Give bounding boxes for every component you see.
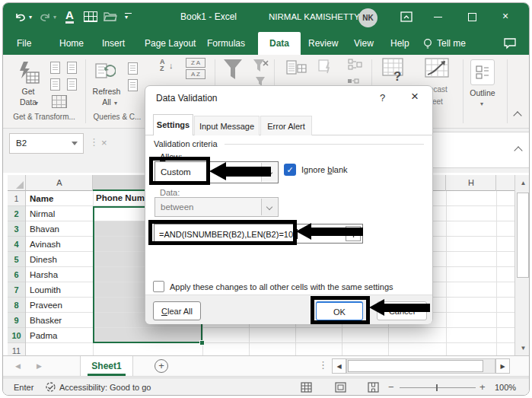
dialog-tab-error-alert[interactable]: Error Alert bbox=[260, 116, 312, 135]
zoom-slider-thumb[interactable] bbox=[436, 384, 438, 391]
row-header[interactable]: 1 bbox=[8, 191, 25, 206]
sheet-nav-prev-icon[interactable]: ◀ bbox=[15, 362, 21, 370]
zoom-slider-track[interactable] bbox=[400, 387, 476, 388]
get-data-label-1[interactable]: Get bbox=[11, 87, 45, 96]
font-color-icon[interactable]: A bbox=[65, 8, 74, 24]
cell-a10[interactable]: Padma bbox=[26, 328, 93, 343]
cell-a5[interactable]: Dinesh bbox=[26, 252, 93, 267]
dialog-close-button[interactable]: × bbox=[411, 89, 419, 104]
comment-icon[interactable] bbox=[503, 37, 517, 53]
row-header[interactable]: 11 bbox=[8, 343, 25, 355]
get-data-label-2[interactable]: Data bbox=[11, 97, 45, 107]
recent-sources-icon[interactable] bbox=[67, 62, 77, 74]
row-header[interactable]: 10 bbox=[8, 328, 25, 343]
cell-a2[interactable]: Nirmal bbox=[26, 206, 93, 221]
new-sheet-icon[interactable]: + bbox=[155, 359, 168, 373]
sheet-nav-next-icon[interactable]: ▶ bbox=[37, 362, 42, 370]
hscroll-left-icon[interactable]: ◀ bbox=[332, 358, 346, 374]
cell-a1[interactable]: Name bbox=[26, 191, 93, 206]
page-layout-view-icon[interactable] bbox=[335, 382, 346, 394]
zoom-in-icon[interactable]: + bbox=[479, 381, 486, 393]
row-header[interactable]: 9 bbox=[8, 313, 25, 328]
fill-handle[interactable] bbox=[199, 340, 205, 345]
open-folder-icon[interactable] bbox=[104, 11, 117, 25]
tab-insert[interactable]: Insert bbox=[102, 32, 125, 55]
hscroll-right-icon[interactable]: ▶ bbox=[495, 358, 510, 374]
sort-custom-icon[interactable]: A Z bbox=[186, 69, 205, 79]
ignore-blank-checkbox[interactable]: ✓ bbox=[284, 164, 296, 176]
dialog-help-button[interactable]: ? bbox=[380, 92, 385, 103]
row-header-column[interactable]: 1 2 3 4 5 6 7 8 9 10 11 bbox=[8, 191, 26, 355]
cancel-entry-icon[interactable]: × bbox=[101, 137, 107, 148]
zoom-out-icon[interactable]: − bbox=[388, 381, 394, 393]
name-box-dropdown-icon[interactable] bbox=[72, 142, 78, 145]
sort-za-icon[interactable]: Z A bbox=[186, 58, 205, 68]
row-header[interactable]: 5 bbox=[8, 252, 25, 267]
what-if-analysis-icon[interactable]: ? bbox=[382, 58, 406, 85]
close-button[interactable]: × bbox=[502, 10, 508, 22]
existing-connections-icon[interactable] bbox=[67, 78, 77, 91]
redo-dropdown-icon[interactable]: ▾ bbox=[53, 14, 56, 21]
row-header[interactable]: 2 bbox=[8, 206, 25, 221]
undo-icon[interactable] bbox=[14, 11, 27, 26]
tab-home[interactable]: Home bbox=[59, 32, 84, 55]
outline-dropdown-icon[interactable]: ▾ bbox=[480, 100, 483, 107]
get-data-icon[interactable] bbox=[14, 60, 40, 89]
tab-review[interactable]: Review bbox=[308, 32, 338, 55]
vertical-scroll-thumb[interactable] bbox=[517, 193, 529, 278]
cell-a6[interactable]: Harsha bbox=[26, 267, 93, 282]
collapse-ribbon-icon[interactable] bbox=[513, 111, 521, 119]
apply-changes-checkbox[interactable] bbox=[153, 281, 164, 292]
column-header-a[interactable]: A bbox=[26, 175, 93, 191]
refresh-all-label-1[interactable]: Refresh bbox=[88, 87, 125, 96]
ribbon-display-options-icon[interactable] bbox=[400, 11, 413, 25]
refresh-all-icon[interactable] bbox=[94, 61, 116, 85]
from-text-icon[interactable] bbox=[50, 62, 60, 74]
qat-customize-icon[interactable]: ▾ bbox=[125, 13, 132, 21]
sort-az-icon[interactable]: AZ bbox=[160, 59, 165, 72]
accessibility-status[interactable]: Accessibility: Good to go bbox=[59, 383, 151, 392]
cell-a3[interactable]: Bhavan bbox=[26, 221, 93, 237]
row-header[interactable]: 4 bbox=[8, 237, 25, 252]
cell-a4[interactable]: Avinash bbox=[26, 237, 93, 252]
text-to-columns-icon[interactable] bbox=[286, 59, 307, 83]
row-header[interactable]: 6 bbox=[8, 267, 25, 282]
from-web-icon[interactable] bbox=[50, 78, 60, 91]
outline-label[interactable]: Outline bbox=[463, 88, 502, 97]
select-all-corner[interactable] bbox=[8, 175, 26, 191]
filter-icon[interactable] bbox=[222, 58, 244, 85]
tab-data[interactable]: Data bbox=[258, 32, 301, 55]
borders-icon[interactable] bbox=[84, 11, 97, 22]
dialog-tab-input-message[interactable]: Input Message bbox=[194, 116, 260, 135]
tab-help[interactable]: Help bbox=[390, 32, 409, 55]
column-header-h[interactable]: H bbox=[446, 175, 496, 191]
consolidate-icon[interactable] bbox=[347, 59, 364, 78]
horizontal-scroll-thumb[interactable] bbox=[348, 360, 483, 372]
tab-file[interactable]: File bbox=[17, 32, 31, 55]
maximize-button[interactable] bbox=[468, 13, 476, 21]
normal-view-icon[interactable] bbox=[301, 382, 312, 394]
cell-a9[interactable]: Bhasker bbox=[26, 313, 93, 328]
refresh-dropdown-icon[interactable]: ▾ bbox=[114, 100, 117, 107]
forecast-sheet-icon[interactable] bbox=[425, 58, 451, 85]
cell-a7[interactable]: Loumith bbox=[26, 282, 93, 298]
page-break-view-icon[interactable] bbox=[368, 382, 379, 394]
properties-icon[interactable] bbox=[128, 79, 138, 91]
name-box[interactable]: B2 bbox=[9, 133, 84, 154]
avatar[interactable]: NK bbox=[358, 8, 377, 27]
vertical-scrollbar[interactable]: ▲ ▼ bbox=[514, 175, 530, 355]
scroll-down-icon[interactable]: ▼ bbox=[515, 340, 530, 355]
minimize-button[interactable] bbox=[434, 17, 442, 18]
tab-formulas[interactable]: Formulas bbox=[207, 32, 245, 55]
formula-bar-splitter-icon[interactable]: ⋮ bbox=[89, 136, 99, 148]
tab-tell-me[interactable]: Tell me bbox=[437, 32, 466, 55]
horizontal-scrollbar[interactable] bbox=[346, 358, 495, 374]
refresh-all-label-2[interactable]: All bbox=[88, 97, 125, 107]
row-header[interactable]: 7 bbox=[8, 282, 25, 298]
flash-fill-icon[interactable] bbox=[318, 59, 333, 78]
scroll-up-icon[interactable]: ▲ bbox=[515, 175, 530, 190]
clear-all-button[interactable]: Clear All bbox=[153, 301, 201, 320]
get-data-dropdown-icon[interactable]: ▾ bbox=[35, 100, 38, 107]
redo-icon[interactable] bbox=[38, 11, 52, 26]
row-header[interactable]: 3 bbox=[8, 221, 25, 237]
